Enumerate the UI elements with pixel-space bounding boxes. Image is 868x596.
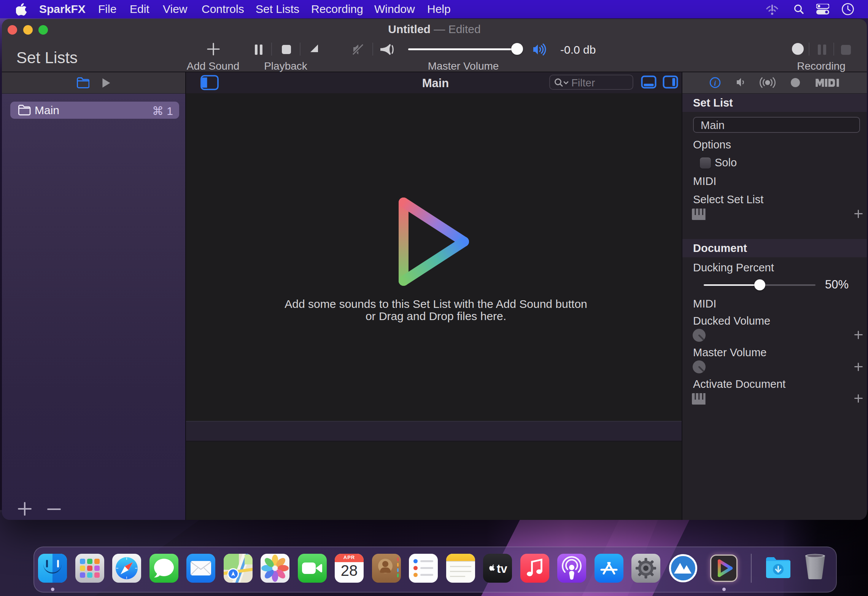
svg-text:i: i: [714, 79, 716, 87]
